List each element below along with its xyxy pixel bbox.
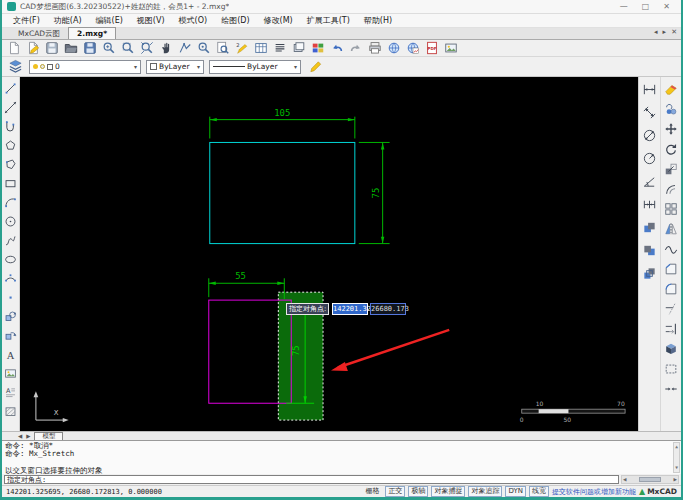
save-as-button[interactable]: [80, 40, 99, 56]
menu-item-7[interactable]: 扩展工具(T): [300, 14, 357, 28]
dim-angular-button[interactable]: [641, 173, 659, 190]
blocks-b-button[interactable]: [641, 242, 659, 259]
drawing-canvas[interactable]: 105 75 55: [20, 77, 638, 431]
command-history[interactable]: 命令: *取消*命令: Mx_Stretch以交叉窗口选择要拉伸的对象▲▼: [2, 440, 681, 474]
new-file-button[interactable]: [4, 40, 23, 56]
undo-button[interactable]: [327, 40, 346, 56]
menu-item-1[interactable]: 功能(A): [47, 14, 89, 28]
status-toggle-polar[interactable]: 极轴: [408, 486, 428, 497]
move-button[interactable]: [663, 121, 680, 137]
sketch-button[interactable]: 2: [232, 40, 251, 56]
redo-button[interactable]: [346, 40, 365, 56]
zoom-dynamic-button[interactable]: [99, 40, 118, 56]
chamfer-button[interactable]: [663, 261, 680, 277]
dim-diameter-button[interactable]: [641, 127, 659, 144]
dim-linear-button[interactable]: [641, 81, 659, 98]
status-toggle-osnap[interactable]: 对象捕捉: [431, 486, 465, 497]
menu-item-6[interactable]: 修改(M): [257, 14, 300, 28]
block-create-button[interactable]: [3, 327, 19, 343]
insert-picture-button[interactable]: [3, 365, 19, 381]
layer-dropdown[interactable]: 0 ▾: [29, 60, 141, 74]
close-icon[interactable]: ✕: [663, 0, 670, 14]
mirror-button[interactable]: [663, 221, 680, 237]
dim-radius-button[interactable]: [641, 150, 659, 167]
menu-item-3[interactable]: 视图(V): [130, 14, 172, 28]
table-button[interactable]: [251, 40, 270, 56]
open-folder-button[interactable]: [61, 40, 80, 56]
dim-105[interactable]: [210, 117, 355, 139]
text-lines-button[interactable]: [270, 40, 289, 56]
explode-button[interactable]: [663, 341, 680, 357]
polygon-irregular-button[interactable]: [3, 156, 19, 172]
status-toggle-dyn[interactable]: DYN: [505, 486, 526, 497]
status-toggle-otrack[interactable]: 对象追踪: [468, 486, 502, 497]
block-insert-button[interactable]: [3, 308, 19, 324]
dyn-y-input[interactable]: 26680.173: [370, 303, 406, 315]
tab-prev-icon[interactable]: ◂: [654, 28, 658, 37]
web-chart-button[interactable]: [403, 40, 422, 56]
menu-item-5[interactable]: 绘图(D): [214, 14, 256, 28]
command-hscrollbar[interactable]: ◀ ▶: [621, 475, 679, 484]
circle-button[interactable]: [3, 213, 19, 229]
blocks-c-button[interactable]: [641, 265, 659, 282]
linetype-dropdown[interactable]: ByLayer ▾: [209, 60, 301, 74]
trim-button[interactable]: [663, 301, 680, 317]
folder-copy-button[interactable]: [289, 40, 308, 56]
menu-item-4[interactable]: 模式(O): [172, 14, 215, 28]
insert-image-button[interactable]: [441, 40, 460, 56]
menu-item-2[interactable]: 编辑(E): [89, 14, 130, 28]
copy-object-button[interactable]: [663, 101, 680, 117]
layout-prev-icon[interactable]: ◀: [18, 433, 22, 439]
web-publish-button[interactable]: [384, 40, 403, 56]
pan-button[interactable]: [156, 40, 175, 56]
open-edit-button[interactable]: [23, 40, 42, 56]
scroll-up-icon[interactable]: ▲: [675, 443, 678, 451]
polygon-button[interactable]: [3, 137, 19, 153]
polyline-button[interactable]: [3, 118, 19, 134]
spline-button[interactable]: [3, 232, 19, 248]
command-input[interactable]: 指定对角点:: [4, 475, 619, 484]
text-button[interactable]: A: [3, 346, 19, 362]
fillet-button[interactable]: [663, 281, 680, 297]
hatch-button[interactable]: [3, 403, 19, 419]
zoom-extents-button[interactable]: [137, 40, 156, 56]
join-button[interactable]: [663, 381, 680, 397]
menu-item-0[interactable]: 文件(F): [6, 14, 47, 28]
snap-angle-button[interactable]: [175, 40, 194, 56]
scroll-down-icon[interactable]: ▼: [675, 464, 678, 472]
zoom-window-button[interactable]: [118, 40, 137, 56]
curve-edit-button[interactable]: [663, 241, 680, 257]
dim-aligned-button[interactable]: [641, 104, 659, 121]
array-button[interactable]: [663, 201, 680, 217]
point-button[interactable]: [3, 289, 19, 305]
offset-button[interactable]: [663, 181, 680, 197]
extend-button[interactable]: [663, 321, 680, 337]
feedback-link[interactable]: 提交软件问题或增加新功能: [552, 487, 636, 497]
cyan-rectangle[interactable]: [210, 142, 355, 243]
dim-continue-button[interactable]: [641, 196, 659, 213]
scale-button[interactable]: [663, 161, 680, 177]
draw-line-button[interactable]: [3, 80, 19, 96]
rectangle-button[interactable]: [3, 175, 19, 191]
zoom-circle-button[interactable]: [194, 40, 213, 56]
tab-mxcad-cloud[interactable]: MxCAD云图: [10, 28, 68, 39]
layout-next-icon[interactable]: ▶: [26, 433, 30, 439]
scroll-left-icon[interactable]: ◀: [623, 477, 626, 482]
palette-button[interactable]: [308, 40, 327, 56]
tab-next-icon[interactable]: ▸: [663, 28, 667, 37]
blocks-a-button[interactable]: [641, 219, 659, 236]
arc-3point-button[interactable]: [3, 270, 19, 286]
arc-button[interactable]: [3, 194, 19, 210]
maximize-icon[interactable]: □: [642, 0, 650, 14]
erase-button[interactable]: [663, 81, 680, 97]
construction-line-button[interactable]: [3, 99, 19, 115]
boundary-button[interactable]: [663, 361, 680, 377]
tab-current-drawing[interactable]: 2.mxg*: [68, 27, 116, 39]
dyn-x-input[interactable]: 142201.326: [332, 303, 368, 315]
save-button[interactable]: [42, 40, 61, 56]
find-button[interactable]: [213, 40, 232, 56]
status-toggle-lineweight[interactable]: 线宽: [529, 486, 549, 497]
dim-55[interactable]: [209, 278, 285, 299]
tab-close-icon[interactable]: ✕: [671, 28, 677, 37]
status-toggle-ortho[interactable]: 正交: [385, 486, 405, 497]
